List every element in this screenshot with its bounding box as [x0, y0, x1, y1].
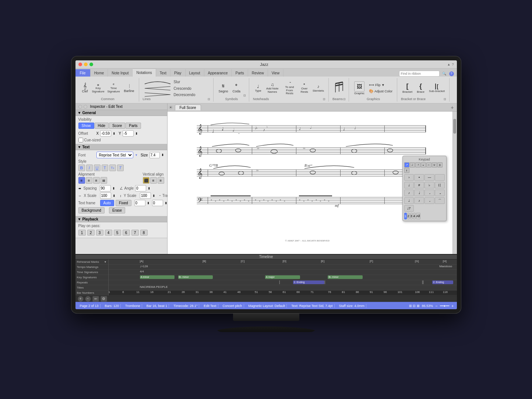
align-justify-button[interactable]: ▤: [101, 177, 107, 184]
valign-mid-button[interactable]: ≡: [150, 177, 157, 184]
clef-button[interactable]: 𝄞 Clef: [80, 82, 90, 94]
keypad-rest-btn[interactable]: 𝄽: [415, 162, 420, 167]
frame-val1-input[interactable]: [134, 200, 145, 206]
offset-x-stepper[interactable]: ⬍: [113, 132, 116, 135]
sub-bracket-button[interactable]: [ Sub-bracket: [427, 83, 446, 93]
font-select[interactable]: Reprise Text Std: [96, 152, 134, 158]
tab-view[interactable]: View: [268, 69, 284, 77]
pass-8[interactable]: 8: [140, 230, 148, 236]
align-left-button[interactable]: ≡: [78, 177, 85, 184]
subscript-button[interactable]: Tx: [109, 165, 116, 171]
minimize-button[interactable]: [84, 63, 88, 66]
pass-1[interactable]: 1: [78, 230, 86, 236]
score-button[interactable]: Score: [109, 123, 125, 129]
xscale-stepper[interactable]: ⬍: [113, 194, 116, 198]
segno-button[interactable]: 𝄋 Segno: [217, 82, 230, 94]
pass-7[interactable]: 7: [131, 230, 139, 236]
tab-file[interactable]: File: [75, 69, 91, 77]
barline-button[interactable]: 𝄀 Barline: [123, 83, 136, 93]
tab-appearance[interactable]: Appearance: [204, 69, 232, 77]
hide-button[interactable]: Hide: [95, 123, 109, 129]
text-section-header[interactable]: ▼ Text: [75, 144, 167, 150]
keypad-n7-btn[interactable]: 𝅗: [424, 197, 434, 204]
keypad-n6-btn[interactable]: ♪: [414, 197, 424, 204]
angle-input[interactable]: [135, 185, 146, 191]
noteheads-expand-icon[interactable]: ⊡: [323, 98, 325, 101]
keypad-flat-btn[interactable]: ♭: [424, 182, 434, 188]
pass-5[interactable]: 5: [114, 230, 121, 236]
pass-4[interactable]: 4: [105, 230, 112, 236]
yscale-input[interactable]: [140, 193, 151, 199]
window-controls[interactable]: [78, 63, 93, 66]
frame-val2-stepper[interactable]: ⬍: [165, 201, 168, 205]
ribbon-search-input[interactable]: [399, 71, 440, 77]
keypad-tab3[interactable]: 3: [410, 213, 413, 219]
angle-stepper[interactable]: ⬍: [148, 187, 151, 190]
keypad-sharp2-btn[interactable]: #: [414, 182, 424, 188]
align-right-button[interactable]: ≡: [93, 177, 100, 184]
scrollbar-thumb[interactable]: [453, 119, 456, 134]
slur-label[interactable]: Slur: [174, 80, 180, 84]
xscale-input[interactable]: [100, 193, 111, 199]
general-section-header[interactable]: ▼ General: [75, 110, 167, 116]
crescendo-label[interactable]: Crescendo: [174, 86, 191, 91]
keypad-tuplet-btn[interactable]: 3: [437, 162, 443, 167]
valign-bot-button[interactable]: ≡: [158, 177, 164, 184]
text-style-6-button[interactable]: T: [117, 165, 124, 171]
keypad-dot2-btn[interactable]: •: [414, 174, 424, 181]
pass-2[interactable]: 2: [87, 230, 95, 236]
pass-3[interactable]: 3: [96, 230, 103, 236]
playback-section-header[interactable]: ▼ Playback: [75, 216, 167, 222]
adjust-color-button[interactable]: 🎨 Adjust Color: [367, 88, 394, 94]
erase-button[interactable]: Erase: [109, 207, 125, 213]
zoom-out-btn[interactable]: −: [435, 304, 437, 308]
keypad-dbl-btn[interactable]: ⟨⟨: [435, 182, 445, 188]
full-score-tab[interactable]: Full Score: [175, 105, 201, 110]
stemlets-button[interactable]: ♪ Stemlets: [311, 83, 325, 93]
tab-play[interactable]: Play: [170, 69, 185, 77]
keypad-sharp-btn[interactable]: ♩: [404, 182, 414, 188]
to-from-rests-button[interactable]: 𝄻 To andFrom Rests: [281, 80, 297, 96]
score-content[interactable]: 𝄞: [168, 112, 452, 254]
keypad-7-btn[interactable]: ♩7: [404, 205, 414, 212]
symbols-expand-icon[interactable]: ⊡: [243, 94, 246, 97]
timeline-gear-btn[interactable]: ⚙: [101, 296, 107, 302]
keypad-tab2[interactable]: 2: [407, 213, 410, 219]
beams-expand-icon[interactable]: ⊡: [343, 98, 346, 101]
type-button[interactable]: ♩ Type: [253, 83, 263, 93]
background-button[interactable]: Background: [78, 207, 105, 213]
size-stepper[interactable]: ⬍: [161, 153, 164, 157]
time-signature-button[interactable]: 𝄴 TimeSignature: [106, 82, 121, 94]
keypad-cursor-btn[interactable]: ↗: [404, 162, 409, 167]
frame-val2-input[interactable]: [152, 200, 163, 206]
keypad-tab-all[interactable]: All: [416, 213, 420, 219]
tab-parts[interactable]: Parts: [232, 69, 248, 77]
align-center-button[interactable]: ≡: [86, 177, 92, 184]
keypad-arrow-btn[interactable]: ›: [404, 174, 414, 181]
timeline-scroll-btn[interactable]: ⇐: [92, 296, 99, 302]
window-control-icon[interactable]: ▲: [447, 63, 451, 66]
tab-layout[interactable]: Layout: [186, 69, 204, 77]
lines-expand-icon[interactable]: ⊡: [208, 98, 210, 101]
frame-val1-stepper[interactable]: ⬍: [147, 201, 150, 205]
yscale-stepper[interactable]: ⬍: [152, 194, 155, 198]
timeline-add-btn[interactable]: +: [78, 296, 84, 302]
auto-button[interactable]: Auto: [100, 200, 114, 206]
keypad-n4-btn[interactable]: 𝅝: [435, 190, 445, 196]
tab-notations[interactable]: Notations: [133, 68, 156, 77]
offset-y-stepper[interactable]: ⬍: [135, 132, 138, 135]
spacing-input[interactable]: [100, 185, 111, 191]
inspector-min-btn[interactable]: [84, 105, 87, 109]
pass-6[interactable]: 6: [123, 230, 130, 236]
track-expand-icon[interactable]: ▼: [104, 261, 107, 263]
offset-y-input[interactable]: [123, 130, 134, 137]
keypad-tie-btn[interactable]: ⌢: [426, 162, 431, 167]
fixed-button[interactable]: Fixed: [116, 200, 131, 206]
key-signature-button[interactable]: 𝄪 KeySignature: [92, 82, 105, 94]
graphic-button[interactable]: 🖼 Graphic: [353, 81, 366, 96]
keypad-note-btn[interactable]: ♩: [410, 162, 415, 167]
score-tab-close-btn[interactable]: ×: [169, 106, 173, 109]
add-note-names-button[interactable]: ♫ Add NoteNames: [265, 81, 280, 95]
cue-sized-checkbox[interactable]: [78, 138, 83, 142]
add-tab-button[interactable]: +: [449, 105, 455, 110]
